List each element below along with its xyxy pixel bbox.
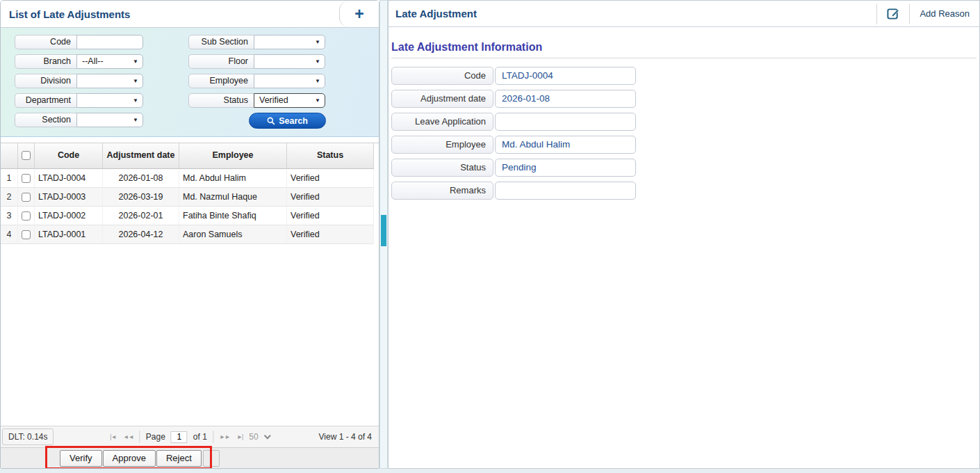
field-label-employee: Employee [391, 136, 493, 154]
column-header-adjustment-date[interactable]: Adjustment date [103, 143, 179, 169]
page-of-label: of 1 [193, 432, 207, 442]
field-value-employee[interactable]: Md. Abdul Halim [495, 136, 636, 154]
search-button[interactable]: Search [249, 113, 326, 129]
detail-body: Late Adjustment Information Code LTADJ-0… [389, 27, 979, 468]
field-label-remarks: Remarks [391, 182, 493, 200]
prev-page-button[interactable]: ◄◄ [122, 433, 134, 440]
first-page-button[interactable]: |◄ [109, 433, 117, 440]
row-checkbox-cell [18, 169, 35, 188]
add-reason-button[interactable]: Add Reason [910, 1, 979, 26]
table-row[interactable]: 1 LTADJ-0004 2026-01-08 Md. Abdul Halim … [1, 169, 374, 188]
grid-footer: DLT: 0.14s |◄ ◄◄ Page of 1 ►► ►| 50 View… [1, 426, 379, 447]
app-root: List of Late Adjustments + Code Branch -… [0, 0, 980, 473]
filter-row-employee: Employee ▼ [188, 74, 326, 88]
chevron-down-icon: ▼ [133, 74, 138, 88]
grid-area: Code Adjustment date Employee Status 1 L… [1, 143, 379, 426]
approve-button[interactable]: Approve [103, 450, 156, 467]
cell-code: LTADJ-0002 [35, 207, 103, 225]
add-late-adjustment-button[interactable]: + [339, 1, 379, 27]
filter-division-select[interactable]: ▼ [76, 74, 143, 88]
chevron-down-icon: ▼ [315, 94, 320, 107]
row-checkbox[interactable] [22, 174, 31, 183]
row-checkbox-cell [18, 207, 35, 225]
filter-column-left: Code Branch --All-- ▼ Division ▼ [15, 35, 143, 132]
filter-code-input[interactable] [76, 35, 143, 49]
field-label-adjustment-date: Adjustment date [391, 90, 493, 108]
list-panel-title: List of Late Adjustments [1, 8, 130, 20]
row-checkbox-cell [18, 188, 35, 207]
late-adjustments-list-panel: List of Late Adjustments + Code Branch -… [0, 0, 379, 469]
detail-row-adjustment-date: Adjustment date 2026-01-08 [391, 90, 977, 108]
column-header-code[interactable]: Code [35, 143, 103, 169]
table-row[interactable]: 3 LTADJ-0002 2026-02-01 Fatiha Binte Sha… [1, 207, 374, 225]
detail-row-employee: Employee Md. Abdul Halim [391, 136, 977, 154]
table-row[interactable]: 4 LTADJ-0001 2026-04-12 Aaron Samuels Ve… [1, 225, 374, 244]
edit-icon [887, 7, 900, 20]
filter-sub-section-select[interactable]: ▼ [254, 35, 325, 49]
cell-adjustment-date: 2026-01-08 [103, 169, 179, 188]
filter-department-select[interactable]: ▼ [76, 93, 143, 108]
detail-panel-header: Late Adjustment Add Reason [389, 1, 979, 27]
filter-status-select[interactable]: Verified ▼ [254, 93, 325, 108]
chevron-down-icon: ▼ [315, 35, 320, 49]
cell-code: LTADJ-0001 [35, 225, 103, 244]
pager-divider [213, 431, 213, 443]
splitter-handle[interactable] [381, 215, 386, 246]
field-value-remarks[interactable] [495, 182, 636, 200]
page-input[interactable] [171, 431, 188, 443]
filter-row-floor: Floor ▼ [188, 54, 326, 69]
field-value-code[interactable]: LTADJ-0004 [495, 67, 636, 85]
cell-status: Verified [287, 169, 374, 188]
table-header-row: Code Adjustment date Employee Status [1, 143, 374, 169]
row-checkbox[interactable] [22, 230, 31, 239]
row-number-header [1, 143, 18, 169]
table-row[interactable]: 2 LTADJ-0003 2026-03-19 Md. Nazmul Haque… [1, 188, 374, 207]
row-checkbox-cell [18, 225, 35, 244]
panel-splitter [379, 0, 388, 469]
chevron-down-icon: ▼ [315, 55, 320, 68]
filter-area: Code Branch --All-- ▼ Division ▼ [1, 28, 379, 137]
next-page-button[interactable]: ►► [219, 433, 231, 440]
cell-status: Verified [287, 207, 374, 225]
edit-button[interactable] [877, 1, 909, 26]
dlt-badge: DLT: 0.14s [2, 428, 54, 445]
cell-code: LTADJ-0004 [35, 169, 103, 188]
row-checkbox[interactable] [22, 193, 31, 202]
page-size-select[interactable]: 50 [249, 432, 270, 442]
cell-adjustment-date: 2026-04-12 [103, 225, 179, 244]
filter-floor-select[interactable]: ▼ [254, 54, 325, 69]
column-header-employee[interactable]: Employee [179, 143, 287, 169]
select-all-checkbox[interactable] [22, 151, 31, 160]
last-page-button[interactable]: ►| [236, 433, 244, 440]
field-label-status: Status [391, 159, 493, 177]
field-value-adjustment-date[interactable]: 2026-01-08 [495, 90, 636, 108]
filter-row-branch: Branch --All-- ▼ [15, 54, 143, 69]
filter-label-status: Status [188, 93, 254, 108]
filter-label-code: Code [15, 35, 77, 49]
reject-button[interactable]: Reject [156, 450, 202, 467]
pager-divider [140, 431, 140, 443]
field-value-status[interactable]: Pending [495, 159, 636, 177]
filter-label-employee: Employee [188, 74, 254, 88]
field-value-leave-application[interactable] [495, 113, 636, 131]
chevron-down-icon: ▼ [133, 113, 138, 127]
filter-employee-select[interactable]: ▼ [254, 74, 325, 88]
detail-row-remarks: Remarks [391, 182, 977, 200]
late-adjustments-table: Code Adjustment date Employee Status 1 L… [1, 143, 374, 244]
cell-employee: Md. Abdul Halim [179, 169, 287, 188]
filter-label-department: Department [15, 93, 77, 108]
chevron-down-icon [264, 432, 271, 439]
column-header-status[interactable]: Status [287, 143, 374, 169]
cell-adjustment-date: 2026-02-01 [103, 207, 179, 225]
cell-status: Verified [287, 225, 374, 244]
row-checkbox[interactable] [22, 211, 31, 221]
section-divider [391, 58, 977, 58]
verify-button[interactable]: Verify [60, 450, 102, 467]
cell-status: Verified [287, 188, 374, 207]
window-bottom-strip [0, 469, 980, 473]
filter-branch-select[interactable]: --All-- ▼ [76, 54, 143, 69]
list-panel-header: List of Late Adjustments + [1, 1, 379, 28]
row-number: 2 [1, 188, 18, 207]
filter-section-select[interactable]: ▼ [76, 113, 143, 127]
page-label: Page [146, 432, 165, 442]
